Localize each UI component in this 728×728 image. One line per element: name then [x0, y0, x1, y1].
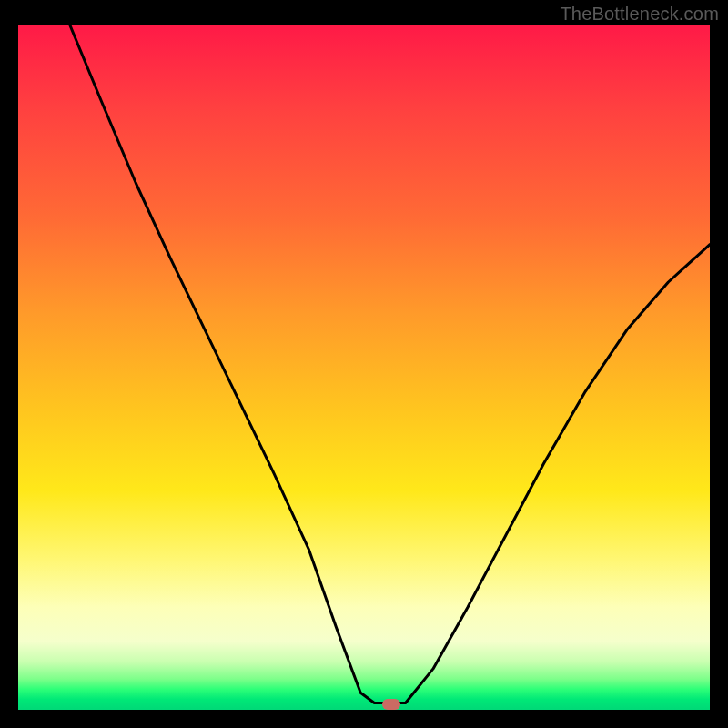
bottleneck-marker — [382, 699, 400, 710]
chart-frame: TheBottleneck.com — [0, 0, 728, 728]
bottleneck-curve — [18, 25, 710, 710]
curve-path — [70, 25, 710, 703]
plot-area — [18, 25, 710, 710]
watermark-text: TheBottleneck.com — [560, 4, 719, 25]
